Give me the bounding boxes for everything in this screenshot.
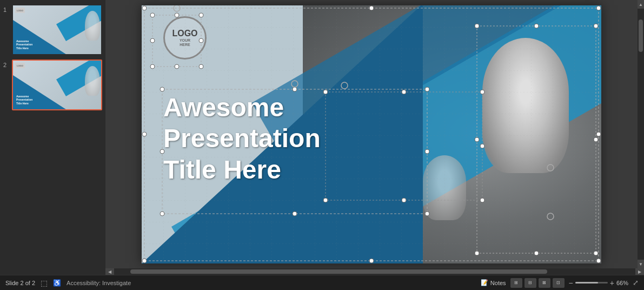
view-grid[interactable]: ⊠ <box>539 278 550 288</box>
slide-1-logo: LOGO <box>15 8 25 13</box>
accessibility-text: Accessibility: Investigate <box>67 280 131 286</box>
view-buttons: ⊞ ⊟ ⊠ ⊡ <box>510 278 565 288</box>
slide-2-bulb <box>85 66 100 96</box>
h-scrollbar-container: ◀ ▶ <box>105 268 644 275</box>
zoom-slider[interactable] <box>575 282 608 284</box>
v-scroll-down[interactable]: ▼ <box>638 260 644 268</box>
slide-2-number: 2 <box>3 60 10 68</box>
h-scroll-right[interactable]: ▶ <box>635 268 644 275</box>
logo-text: LOGO YOUR HERE <box>172 28 197 48</box>
slide-title: Awesome Presentation Title Here <box>163 92 321 186</box>
slide-1-thumb[interactable]: LOGO AwesomePresentationTitle Here <box>12 4 102 55</box>
slide-panel: 1 LOGO AwesomePresentationTitle Here 2 ★ <box>0 0 105 275</box>
zoom-control: − + 66% <box>569 279 628 287</box>
view-fit[interactable]: ⊡ <box>553 278 565 288</box>
notes-label: Notes <box>490 280 506 286</box>
slide-1-title: AwesomePresentationTitle Here <box>16 39 32 50</box>
slide-icon[interactable]: ⬚ <box>41 279 48 287</box>
zoom-minus[interactable]: − <box>569 279 573 287</box>
fit-icon[interactable]: ⤢ <box>633 279 639 287</box>
slide-1-number: 1 <box>3 4 10 13</box>
view-outline[interactable]: ⊟ <box>525 278 536 288</box>
canvas-inner[interactable]: LOGO YOUR HERE Awesome Presentation Titl… <box>105 0 638 268</box>
slide-info: Slide 2 of 2 <box>5 280 35 286</box>
h-scroll-left[interactable]: ◀ <box>105 268 114 275</box>
slide-2-wrapper: 2 ★ LOGO AwesomePresentationTitle Here <box>3 60 102 110</box>
bulb-main <box>482 38 569 173</box>
canvas-container: LOGO YOUR HERE Awesome Presentation Titl… <box>105 0 644 275</box>
slide-canvas: LOGO YOUR HERE Awesome Presentation Titl… <box>142 5 601 263</box>
slide-1-bulb <box>85 11 100 41</box>
logo-circle: LOGO YOUR HERE <box>163 16 207 60</box>
v-scroll-thumb[interactable] <box>639 19 643 52</box>
slide-2-bg: LOGO AwesomePresentationTitle Here <box>13 61 101 109</box>
logo-top: YOUR <box>172 38 197 43</box>
bulb-small <box>423 155 466 220</box>
view-normal[interactable]: ⊞ <box>510 278 522 288</box>
title-line1: Awesome <box>163 92 321 123</box>
status-bar: Slide 2 of 2 ⬚ ♿ Accessibility: Investig… <box>0 275 644 290</box>
h-scroll-thumb[interactable] <box>130 269 547 274</box>
accessibility-icon[interactable]: ♿ <box>53 279 61 287</box>
notes-icon: 📝 <box>481 279 488 286</box>
slide-1-bg: LOGO AwesomePresentationTitle Here <box>13 5 101 54</box>
notes-button[interactable]: 📝 Notes <box>481 279 506 286</box>
app-body: 1 LOGO AwesomePresentationTitle Here 2 ★ <box>0 0 644 275</box>
title-line3: Title Here <box>163 154 321 186</box>
slide-bg: LOGO YOUR HERE Awesome Presentation Titl… <box>142 5 601 263</box>
title-line2: Presentation <box>163 123 321 154</box>
slide-2-title: AwesomePresentationTitle Here <box>16 95 32 106</box>
zoom-plus[interactable]: + <box>610 279 614 287</box>
v-scroll-track[interactable] <box>638 9 644 260</box>
logo-bottom: HERE <box>172 43 197 47</box>
h-scroll-track[interactable] <box>114 269 635 274</box>
slide-1-wrapper: 1 LOGO AwesomePresentationTitle Here <box>3 4 102 55</box>
slide-2-thumb[interactable]: LOGO AwesomePresentationTitle Here <box>12 60 102 110</box>
zoom-value: 66% <box>616 280 628 286</box>
slide-2-inner: LOGO AwesomePresentationTitle Here <box>13 61 101 109</box>
v-scrollbar[interactable]: ▲ ▼ <box>638 0 644 268</box>
v-scroll-up[interactable]: ▲ <box>638 0 644 9</box>
slide-1-inner: LOGO AwesomePresentationTitle Here <box>13 5 101 54</box>
status-right: 📝 Notes ⊞ ⊟ ⊠ ⊡ − + 66% ⤢ <box>481 278 639 288</box>
logo-main: LOGO <box>172 28 197 38</box>
slide-2-logo: LOGO <box>15 63 25 68</box>
zoom-slider-fill <box>575 282 598 284</box>
status-left: Slide 2 of 2 ⬚ ♿ Accessibility: Investig… <box>5 279 474 287</box>
canvas-main: LOGO YOUR HERE Awesome Presentation Titl… <box>105 0 644 268</box>
